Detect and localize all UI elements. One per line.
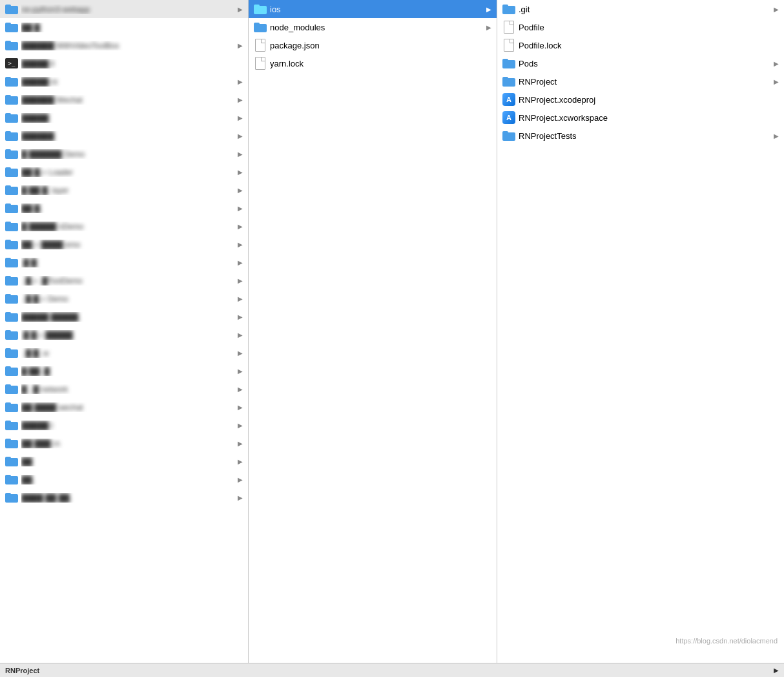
- list-item[interactable]: ██▶: [0, 452, 248, 470]
- list-item[interactable]: .█ █▶: [0, 253, 248, 271]
- folder-icon: [5, 437, 18, 450]
- list-item[interactable]: █████ █████.▶: [0, 307, 248, 326]
- chevron-icon: ▶: [236, 186, 244, 194]
- list-item[interactable]: yarn.lock: [249, 54, 497, 72]
- item-label: █ ██████ Demo: [21, 149, 234, 159]
- item-label: ██ ████ wechat: [21, 402, 234, 412]
- folder-icon: [5, 274, 18, 287]
- file-icon: [254, 39, 267, 52]
- file-icon: [254, 57, 267, 70]
- folder-icon: [254, 21, 267, 34]
- item-label: node_modules: [270, 23, 482, 32]
- list-item[interactable]: ne-python3-webapp▶: [0, 0, 248, 18]
- list-item[interactable]: ██ █: [0, 18, 248, 36]
- list-item[interactable]: Podfile: [497, 18, 784, 36]
- list-item[interactable]: >_█████ ll: [0, 54, 248, 72]
- item-label: █ ██ █. layer: [21, 185, 234, 195]
- item-label: ios: [270, 5, 482, 14]
- list-item[interactable]: ██.▶: [0, 470, 248, 488]
- list-item[interactable]: ██ █.= Loader▶: [0, 163, 248, 181]
- item-label: . █.= .█ToolDemo: [21, 276, 234, 286]
- list-item[interactable]: RNProject▶: [497, 72, 784, 90]
- chevron-icon: ▶: [485, 5, 493, 13]
- list-item[interactable]: ██.= ████ emo▶: [0, 235, 248, 253]
- item-label: █ █████ nDemo: [21, 222, 234, 231]
- footer-label: RNProject: [5, 667, 39, 674]
- list-item[interactable]: Pods▶: [497, 54, 784, 72]
- chevron-icon: ▶: [772, 59, 780, 67]
- chevron-icon: ▶: [236, 204, 244, 212]
- list-item[interactable]: RNProjectTests▶: [497, 127, 784, 145]
- list-item[interactable]: ██████▶: [0, 127, 248, 145]
- item-label: RNProjectTests: [519, 131, 770, 141]
- folder-icon: [502, 3, 515, 16]
- list-item[interactable]: ██ ███ rn▶: [0, 434, 248, 452]
- item-label: ██████: [21, 131, 234, 141]
- xcodeproj-icon: A: [502, 111, 515, 124]
- folder-icon: [502, 129, 515, 142]
- chevron-icon: ▶: [236, 276, 244, 284]
- list-item[interactable]: . █ █. w▶: [0, 344, 248, 362]
- chevron-icon: ▶: [236, 421, 244, 429]
- chevron-icon: ▶: [485, 23, 493, 31]
- folder-icon: [502, 57, 515, 70]
- item-label: █. .█ network: [21, 384, 234, 394]
- item-label: ██ █.= Loader: [21, 167, 234, 177]
- item-label: █ ██ .█: [21, 366, 234, 376]
- item-label: package.json: [270, 41, 493, 50]
- list-item[interactable]: █ ██████ Demo▶: [0, 145, 248, 163]
- chevron-icon: ▶: [236, 385, 244, 393]
- folder-icon: [254, 3, 267, 16]
- list-item[interactable]: █ ██ █. layer▶: [0, 181, 248, 199]
- list-item[interactable]: █████▶: [0, 109, 248, 127]
- list-item[interactable]: package.json: [249, 36, 497, 54]
- item-label: ██: [21, 457, 234, 466]
- folder-icon: [5, 419, 18, 432]
- list-item[interactable]: . █ █.= Demo▶: [0, 289, 248, 307]
- chevron-icon: ▶: [236, 96, 244, 103]
- chevron-icon: ▶: [236, 439, 244, 447]
- chevron-icon: ▶: [236, 222, 244, 230]
- chevron-icon: ▶: [236, 331, 244, 338]
- item-label: Podfile: [519, 23, 780, 32]
- folder-icon: [5, 401, 18, 413]
- chevron-icon: ▶: [236, 494, 244, 501]
- chevron-icon: ▶: [236, 41, 244, 49]
- list-item[interactable]: .git▶: [497, 0, 784, 18]
- folder-icon: [5, 3, 18, 16]
- list-item[interactable]: ████ ██ ██.▶: [0, 488, 248, 506]
- item-label: RNProject.xcworkspace: [519, 113, 780, 123]
- chevron-icon: ▶: [236, 367, 244, 375]
- list-item[interactable]: ios▶: [249, 0, 497, 18]
- chevron-icon: ▶: [236, 114, 244, 121]
- item-label: █████ █████.: [21, 312, 234, 322]
- folder-icon: [5, 165, 18, 178]
- list-item[interactable]: █. .█ network▶: [0, 380, 248, 398]
- file-icon: [502, 21, 515, 34]
- list-item[interactable]: ██ █.▶: [0, 199, 248, 217]
- item-label: ██.= ████ emo: [21, 240, 234, 249]
- chevron-icon: ▶: [236, 475, 244, 483]
- list-item[interactable]: █ ██ .█▶: [0, 362, 248, 380]
- list-item[interactable]: Podfile.lock: [497, 36, 784, 54]
- list-item[interactable]: node_modules▶: [249, 18, 497, 36]
- list-item[interactable]: ██ ████ wechat▶: [0, 398, 248, 416]
- list-item[interactable]: ██████ WithVideoToolBox▶: [0, 36, 248, 54]
- folder-icon: [5, 310, 18, 323]
- finder-window: ne-python3-webapp▶██ ███████ WithVideoTo…: [0, 0, 784, 663]
- chevron-icon: ▶: [236, 240, 244, 248]
- xcodeproj-icon: A: [502, 93, 515, 106]
- list-item[interactable]: .█ █.= █████▶: [0, 326, 248, 344]
- list-item[interactable]: ARNProject.xcworkspace: [497, 109, 784, 127]
- list-item[interactable]: █████ nt▶: [0, 72, 248, 90]
- folder-icon: [5, 238, 18, 251]
- folder-icon: [5, 455, 18, 468]
- folder-icon: [5, 491, 18, 504]
- list-item[interactable]: █ █████ nDemo▶: [0, 217, 248, 235]
- item-label: ██ █: [21, 23, 244, 32]
- list-item[interactable]: █████ t▶: [0, 416, 248, 434]
- list-item[interactable]: ██████ Wechat▶: [0, 90, 248, 109]
- list-item[interactable]: ARNProject.xcodeproj: [497, 90, 784, 109]
- folder-icon: [5, 364, 18, 377]
- list-item[interactable]: . █.= .█ToolDemo▶: [0, 271, 248, 289]
